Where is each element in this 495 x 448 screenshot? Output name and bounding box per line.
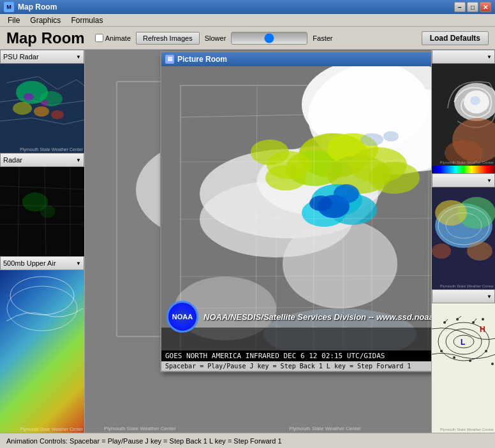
uppair-watermark: Plymouth State Weather Center <box>20 427 83 431</box>
noaa-caption: NOAA/NESDIS/Satellite Services Division … <box>203 312 431 322</box>
svg-point-27 <box>283 219 397 308</box>
status-bar: Animation Controls: Spacebar = Play/Paus… <box>0 433 495 448</box>
uppair-svg <box>0 270 84 433</box>
close-button[interactable]: ✕ <box>480 2 491 12</box>
noaa-text: NOAA <box>172 313 193 321</box>
minimize-button[interactable]: − <box>454 2 466 12</box>
uppair-label: 500mb Upper Air <box>3 259 56 267</box>
animate-checkbox[interactable] <box>95 34 103 42</box>
menu-bar: File Graphics Formulas <box>0 14 495 27</box>
noaa-logo: NOAA <box>166 301 198 333</box>
radar-dropdown[interactable]: Radar <box>0 153 84 167</box>
app-icon: M <box>4 2 14 12</box>
svg-point-12 <box>10 277 74 315</box>
psu-radar-map-svg <box>0 64 84 153</box>
refresh-button[interactable]: Refresh Images <box>136 32 200 45</box>
svg-point-58 <box>467 242 492 261</box>
maximize-button[interactable]: □ <box>467 2 478 12</box>
radar-map-svg <box>0 167 84 256</box>
menu-file[interactable]: File <box>3 15 25 26</box>
center-right-watermark: Plymouth State Weather Center <box>289 426 361 431</box>
svg-point-76 <box>491 363 494 365</box>
radar-thumbnail <box>0 167 84 256</box>
right-dropdown-3[interactable] <box>432 289 495 303</box>
popup-image-area: NOAA NOAA/NESDIS/Satellite Services Divi… <box>161 66 431 350</box>
center-area: 🖼 Picture Room − □ ✕ <box>85 50 431 433</box>
svg-point-10 <box>40 205 55 218</box>
svg-point-59 <box>432 243 451 259</box>
speed-slider[interactable] <box>231 32 307 45</box>
right-map-3-watermark: Plymouth State Weather Center <box>440 428 494 431</box>
left-panel: PSU Radar Plymouth State Weather Center <box>0 50 85 433</box>
right-panel: Plymouth State Weather Center Plymouth S… <box>431 50 495 433</box>
psu-radar-label: PSU Radar <box>3 53 39 61</box>
window-title: Map Room <box>18 3 454 11</box>
popup-image-title: GOES NORTH AMERICA INFRARED DEC 6 12 02:… <box>165 352 385 360</box>
svg-point-7 <box>41 100 48 106</box>
right-map-1-watermark: Plymouth State Weather Center <box>440 161 494 164</box>
popup-hint-text: Spacebar = Play/Pause J key = Step Back … <box>165 363 411 370</box>
psu-radar-thumbnail: Plymouth State Weather Center <box>0 64 84 153</box>
svg-point-3 <box>13 102 32 115</box>
popup-title: Picture Room <box>177 55 431 64</box>
svg-point-13 <box>7 286 77 331</box>
svg-point-4 <box>34 106 49 117</box>
toolbar: Map Room Animate Refresh Images Slower F… <box>0 27 495 50</box>
right-dropdown-1[interactable] <box>432 50 495 64</box>
load-defaults-button[interactable]: Load Defaults <box>422 31 489 45</box>
right-map-3: L H Plymouth State Weather Center <box>432 303 495 433</box>
svg-text:L: L <box>461 338 465 347</box>
popup-window: 🖼 Picture Room − □ ✕ <box>160 51 431 372</box>
svg-point-72 <box>440 350 443 352</box>
menu-graphics[interactable]: Graphics <box>25 15 66 26</box>
status-text: Animation Controls: Spacebar = Play/Paus… <box>6 437 282 445</box>
psu-radar-watermark: Plymouth State Weather Center <box>20 147 83 152</box>
svg-point-42 <box>369 162 420 194</box>
svg-point-45 <box>383 131 399 141</box>
right-map-2-watermark: Plymouth State Weather Center <box>440 284 494 288</box>
right-dropdown-2[interactable] <box>432 173 495 187</box>
noaa-logo-area: NOAA NOAA/NESDIS/Satellite Services Divi… <box>166 301 431 333</box>
popup-controls-hint: Spacebar = Play/Pause J key = Step Back … <box>161 361 431 371</box>
svg-point-40 <box>309 196 332 211</box>
menu-formulas[interactable]: Formulas <box>66 15 108 26</box>
color-scale-bar <box>432 166 495 173</box>
title-bar: M Map Room − □ ✕ <box>0 0 495 14</box>
faster-label: Faster <box>313 34 332 42</box>
uppair-dropdown[interactable]: 500mb Upper Air <box>0 256 84 270</box>
psu-radar-dropdown[interactable]: PSU Radar <box>0 50 84 64</box>
svg-text:H: H <box>480 325 485 334</box>
main-content: PSU Radar Plymouth State Weather Center <box>0 50 495 433</box>
right-map-2-svg <box>432 187 495 289</box>
right-map-1: Plymouth State Weather Center <box>432 64 495 166</box>
svg-point-6 <box>24 93 34 101</box>
svg-point-51 <box>470 96 480 105</box>
animate-label[interactable]: Animate <box>95 34 131 42</box>
slower-label: Slower <box>205 34 226 42</box>
svg-point-5 <box>51 110 64 119</box>
radar-label: Radar <box>3 156 22 164</box>
animate-text: Animate <box>105 34 131 42</box>
center-left-watermark: Plymouth State Weather Center <box>104 426 176 431</box>
right-map-2: Plymouth State Weather Center <box>432 187 495 289</box>
svg-point-74 <box>469 359 471 362</box>
svg-point-39 <box>334 184 359 203</box>
uppair-thumbnail: Plymouth State Weather Center <box>0 270 84 433</box>
svg-point-34 <box>251 140 289 165</box>
app-title: Map Room <box>6 29 85 47</box>
right-map-3-svg: L H <box>432 303 495 433</box>
svg-point-75 <box>485 350 487 352</box>
svg-rect-11 <box>0 270 84 433</box>
svg-point-71 <box>482 318 484 321</box>
svg-point-73 <box>453 356 455 359</box>
svg-point-43 <box>265 165 306 191</box>
popup-title-bar: 🖼 Picture Room − □ ✕ <box>161 52 431 66</box>
window-controls: − □ ✕ <box>454 2 491 12</box>
popup-image-title-bar: GOES NORTH AMERICA INFRARED DEC 6 12 02:… <box>161 350 431 361</box>
right-map-1-svg <box>432 64 495 166</box>
popup-icon: 🖼 <box>165 55 174 64</box>
